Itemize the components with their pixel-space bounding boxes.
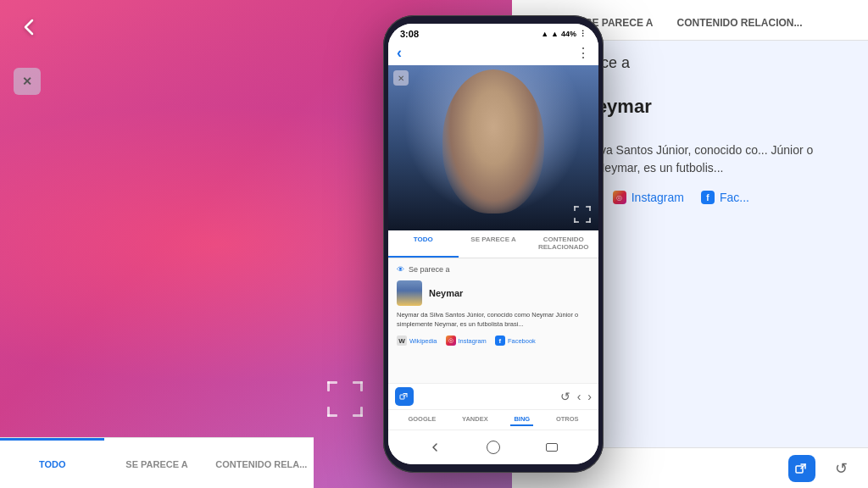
phone-engine-otros[interactable]: OTROS [553,413,582,426]
phone-section-title: 👁 Se parece a [397,265,590,274]
phone-browser-icons: ↺ ‹ › [560,390,592,403]
instagram-icon: ◎ [613,191,626,204]
wifi-icon: ▲ [551,30,559,38]
scan-icon-bottom[interactable] [324,378,366,420]
phone-screen: 3:08 ▲ ▲ 44% ⋮ ‹ ⋮ ✕ [388,24,598,464]
phone-engine-google[interactable]: GOOGLE [404,413,439,426]
signal-icon: ▲ [541,30,548,38]
facebook-icon: f [701,191,715,204]
rp-instagram-link[interactable]: ◎ Instagram [613,191,684,204]
phone-facebook-icon: f [495,336,505,346]
phone-frame: 3:08 ▲ ▲ 44% ⋮ ‹ ⋮ ✕ [383,15,604,473]
phone-person-card: Neymar [397,280,590,306]
phone-tab-contenido[interactable]: CONTENIDO RELACIONADO [528,230,598,258]
phone-tabs: TODO SE PARECE A CONTENIDO RELACIONADO [388,230,598,258]
phone-bottom-nav [388,430,598,464]
battery-icon: 44% [561,30,576,38]
svg-rect-16 [589,218,591,223]
phone-wikipedia-link[interactable]: W Wikipedia [397,336,437,346]
phone-tab-se-parece[interactable]: SE PARECE A [459,230,529,258]
phone-topbar: ‹ ⋮ [388,41,598,65]
phone-back-icon[interactable]: ‹ [577,390,581,403]
phone-refresh-icon[interactable]: ↺ [560,390,570,403]
phone-back-button[interactable]: ‹ [397,44,402,62]
svg-rect-5 [327,407,330,417]
close-button[interactable]: ✕ [14,68,41,95]
rp-share-button[interactable] [788,455,815,482]
phone-person-description: Neymar da Silva Santos Júnior, conocido … [397,311,590,329]
rp-facebook-link[interactable]: f Fac... [701,191,749,204]
phone-nav-home[interactable] [483,437,504,458]
rp-refresh-button[interactable]: ↺ [827,455,854,482]
rp-tab-contenido[interactable]: CONTENIDO RELACION... [665,8,814,40]
phone-status-bar: 3:08 ▲ ▲ 44% ⋮ [388,24,598,41]
phone-eye-icon: 👁 [397,265,404,274]
phone-mockup: 3:08 ▲ ▲ 44% ⋮ ‹ ⋮ ✕ [383,15,604,473]
phone-person-name: Neymar [429,288,463,298]
phone-close-button[interactable]: ✕ [393,70,409,86]
phone-content: 👁 Se parece a Neymar Neymar da Silva San… [388,258,598,383]
back-button-topleft[interactable] [14,12,44,42]
bottom-tab-todo[interactable]: TODO [0,438,104,488]
phone-instagram-link[interactable]: ◎ Instagram [446,336,487,346]
phone-facebook-link[interactable]: f Facebook [495,336,536,346]
phone-image-area: ✕ [388,65,598,230]
phone-person-thumbnail [397,280,422,306]
phone-tab-todo[interactable]: TODO [388,230,459,258]
phone-scan-corner-icon [573,205,592,224]
bottom-tab-se-parece[interactable]: SE PARECE A [104,438,209,488]
phone-share-button[interactable] [395,387,414,406]
phone-instagram-icon: ◎ [446,336,456,346]
phone-face-shape [442,69,544,214]
menu-dots-icon: ⋮ [579,30,587,38]
refresh-icon: ↺ [835,459,848,478]
svg-rect-1 [327,381,330,391]
phone-engine-tabs: GOOGLE YANDEX BING OTROS [388,409,598,430]
phone-time: 3:08 [400,29,419,39]
phone-forward-icon[interactable]: › [587,390,592,403]
phone-engine-yandex[interactable]: YANDEX [459,413,492,426]
phone-browser-bar: ↺ ‹ › [388,383,598,409]
svg-rect-7 [360,407,363,417]
svg-rect-14 [574,218,576,223]
bottom-tab-contenido[interactable]: CONTENIDO RELA... [209,438,314,488]
phone-menu-button[interactable]: ⋮ [576,45,590,61]
phone-links: W Wikipedia ◎ Instagram f Facebook [397,336,590,346]
svg-rect-3 [360,381,363,391]
phone-engine-bing[interactable]: BING [510,413,533,426]
svg-rect-10 [574,206,576,211]
svg-rect-12 [589,206,591,211]
bottom-bar: TODO SE PARECE A CONTENIDO RELA... [0,437,314,488]
phone-nav-back[interactable] [425,437,445,458]
close-icon: ✕ [22,75,32,88]
phone-wikipedia-icon: W [397,336,407,346]
phone-nav-recent[interactable] [542,437,562,458]
